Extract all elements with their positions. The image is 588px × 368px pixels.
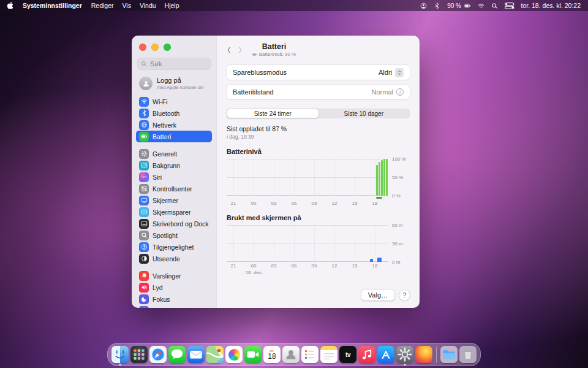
forward-button[interactable] xyxy=(238,47,243,53)
dock-item-reminders[interactable] xyxy=(301,346,318,363)
dock-item-facetime[interactable] xyxy=(244,346,262,363)
bell-icon xyxy=(139,271,149,281)
photos-app-icon xyxy=(225,346,243,363)
sidebar-item-wifi[interactable]: Wi-Fi xyxy=(136,96,212,107)
sidebar-item-nettverk[interactable]: Nettverk xyxy=(136,119,212,131)
dock-item-downloads[interactable] xyxy=(440,346,458,363)
menubar-clock[interactable]: tor. 18. des. kl. 20:22 xyxy=(521,2,581,9)
options-button[interactable]: Valg… xyxy=(361,289,394,301)
music-app-icon xyxy=(358,346,375,363)
sidebar-item-bakgrunn[interactable]: Bakgrunn xyxy=(136,159,212,171)
low-power-mode-row: Spareblussmodus Aldri xyxy=(227,65,410,80)
toggles-icon xyxy=(139,184,149,194)
dock-item-finder[interactable] xyxy=(111,346,129,363)
segment-last-10-days[interactable]: Siste 10 dager xyxy=(318,109,410,118)
user-circle-icon[interactable] xyxy=(420,2,427,9)
dock-item-calendar[interactable]: tor.18 xyxy=(263,346,281,363)
dock-item-maps[interactable] xyxy=(206,346,224,363)
menu-vis[interactable]: Vis xyxy=(123,2,131,9)
sidebar-item-generelt[interactable]: Generelt xyxy=(136,148,212,159)
dock-item-tv[interactable]: tv xyxy=(339,346,356,363)
info-icon[interactable]: i xyxy=(396,88,404,96)
dropdown-value: Aldri xyxy=(379,69,392,76)
sidebar-item-label: Varslinger xyxy=(153,272,181,280)
sign-in-row[interactable]: Logg på med Apple-kontoen din xyxy=(139,77,211,90)
battery-health-row: Batteritilstand Normal i xyxy=(227,85,410,99)
wifi-icon[interactable] xyxy=(478,2,484,9)
x-tick-label: 18 xyxy=(372,263,378,269)
dock-item-contacts[interactable] xyxy=(282,346,300,363)
sidebar-search[interactable] xyxy=(137,58,211,70)
sidebar-item-kontrollsenter[interactable]: Kontrollsenter xyxy=(136,183,212,194)
reminders-app-icon xyxy=(301,346,318,363)
minimize-button[interactable] xyxy=(151,44,159,51)
segment-last-24-hours[interactable]: Siste 24 timer xyxy=(227,109,318,118)
time-range-segmented-control: Siste 24 timer Siste 10 dager xyxy=(227,109,410,118)
last-charge-time: i dag, 19:39 xyxy=(227,134,410,140)
finder-app-icon xyxy=(111,346,129,363)
dock-item-notes[interactable] xyxy=(320,346,337,363)
charging-marker xyxy=(376,197,382,199)
control-center-icon[interactable] xyxy=(505,2,514,9)
dock-item-launchpad[interactable] xyxy=(130,346,148,363)
sidebar-item-label: Fokus xyxy=(153,296,170,303)
low-power-mode-dropdown[interactable]: Aldri xyxy=(379,68,404,77)
dock-item-music[interactable] xyxy=(358,346,375,363)
speaker-icon xyxy=(139,283,149,293)
apple-menu-icon[interactable] xyxy=(7,2,13,9)
sidebar-item-tilgjengelighet[interactable]: Tilgjengelighet xyxy=(136,241,212,253)
dock-item-photos[interactable] xyxy=(225,346,243,363)
sidebar-item-skjermer[interactable]: Skjermer xyxy=(136,194,212,206)
menubar-app-name[interactable]: Systeminnstillinger xyxy=(23,2,82,9)
page-subtitle: Batterinivå: 90 % xyxy=(252,52,296,57)
battery-percent: 90 % xyxy=(447,2,461,9)
sidebar-item-label: Utseende xyxy=(153,255,180,263)
sidebar-item-fokus[interactable]: Fokus xyxy=(136,293,212,305)
dock-icon xyxy=(139,219,149,229)
x-tick-label: 03 xyxy=(271,263,277,269)
running-indicator xyxy=(404,364,406,366)
dock-item-system-settings[interactable] xyxy=(396,346,413,363)
last-charge-info: Sist oppladet til 87 % i dag, 19:39 xyxy=(227,125,410,140)
search-input[interactable] xyxy=(150,60,207,67)
sidebar-item-bluetooth[interactable]: Bluetooth xyxy=(136,107,212,119)
dock-item-trash[interactable] xyxy=(459,346,477,363)
help-button[interactable]: ? xyxy=(399,290,410,301)
search-icon[interactable] xyxy=(491,2,498,9)
display-icon xyxy=(139,196,149,205)
sidebar-item-label: Tilgjengelighet xyxy=(153,243,194,251)
sidebar-item-siri[interactable]: Siri xyxy=(136,171,212,183)
sidebar-item-spotlight[interactable]: Spotlight xyxy=(136,229,212,241)
zoom-button[interactable] xyxy=(164,44,171,51)
close-button[interactable] xyxy=(139,44,146,51)
dock-item-firefox[interactable] xyxy=(415,346,432,363)
avatar xyxy=(139,77,153,90)
sidebar-item-label: Generelt xyxy=(153,150,177,158)
bluetooth-icon[interactable] xyxy=(434,2,440,9)
profile-subtitle: med Apple-kontoen din xyxy=(157,85,204,90)
menu-hjelp[interactable]: Hjelp xyxy=(165,2,179,9)
trash-app-icon xyxy=(459,346,477,363)
screen-on-usage-chart: Brukt med skjermen på 60 m30 m0 m 210003… xyxy=(227,214,410,275)
sidebar-item-lyd[interactable]: Lyd xyxy=(136,282,212,293)
dock-item-messages[interactable] xyxy=(168,346,186,363)
sidebar-item-skjermtid[interactable]: Skjermtid xyxy=(136,305,212,308)
menu-vindu[interactable]: Vindu xyxy=(140,2,156,9)
sidebar-item-utseende[interactable]: Utseende xyxy=(136,253,212,264)
sidebar-item-label: Spotlight xyxy=(153,232,178,239)
back-button[interactable] xyxy=(227,47,231,53)
dock-item-appstore[interactable] xyxy=(377,346,394,363)
menu-rediger[interactable]: Rediger xyxy=(91,2,114,9)
dock-item-safari[interactable] xyxy=(149,346,167,363)
sidebar-item-varslinger[interactable]: Varslinger xyxy=(136,270,212,282)
sidebar-item-skrivebord-og-dock[interactable]: Skrivebord og Dock xyxy=(136,218,212,229)
sidebar-item-label: Skjermsparer xyxy=(153,209,190,216)
sidebar-item-skjermsparer[interactable]: Skjermsparer xyxy=(136,206,212,218)
battery-level-chart: Batterinivå 100 %50 %0 % 210003060912151… xyxy=(227,148,410,206)
x-tick-label: 00 xyxy=(251,263,257,269)
search-icon xyxy=(139,231,149,240)
facetime-app-icon xyxy=(244,346,262,363)
dock-item-mail[interactable] xyxy=(187,346,205,363)
battery-icon[interactable] xyxy=(464,2,471,9)
sidebar-item-batteri[interactable]: Batteri xyxy=(136,131,212,142)
